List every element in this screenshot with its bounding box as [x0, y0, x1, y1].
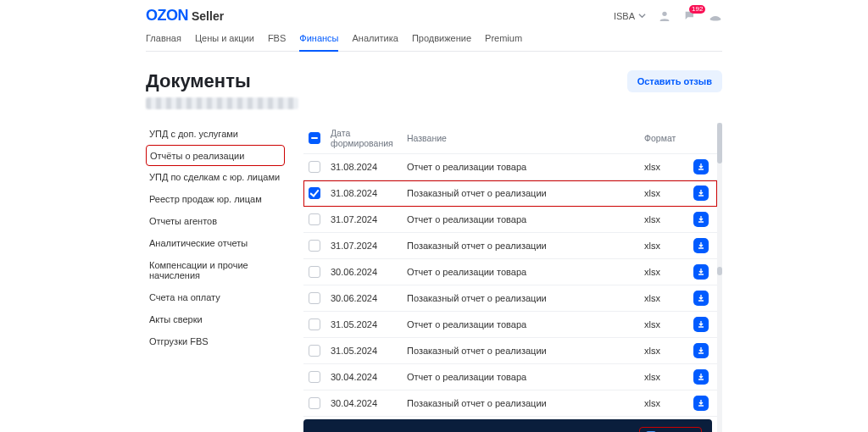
redacted-content	[146, 97, 298, 109]
table-row: 31.05.2024Отчет о реализации товараxlsx	[303, 312, 717, 338]
download-row-button[interactable]	[693, 396, 709, 411]
download-row-button[interactable]	[693, 159, 709, 174]
account-dropdown[interactable]: ISBA	[614, 11, 646, 21]
cell-format: xlsx	[644, 319, 683, 330]
logo-seller-text: Seller	[192, 9, 224, 23]
cell-name: Позаказный отчет о реализации	[407, 398, 636, 408]
cell-date: 30.04.2024	[331, 372, 398, 382]
column-header-name[interactable]: Название	[407, 133, 636, 143]
download-selected-button[interactable]: Скачать	[639, 427, 702, 432]
leave-review-button[interactable]: Оставить отзыв	[627, 70, 722, 92]
account-name: ISBA	[614, 11, 635, 21]
cell-date: 30.06.2024	[331, 267, 398, 277]
row-checkbox[interactable]	[309, 292, 320, 304]
cell-date: 31.07.2024	[331, 214, 398, 224]
cell-date: 31.05.2024	[331, 346, 398, 356]
user-icon[interactable]	[658, 9, 671, 23]
table-row: 31.08.2024Отчет о реализации товараxlsx	[303, 154, 717, 180]
cell-format: xlsx	[644, 162, 683, 172]
help-icon[interactable]	[709, 9, 722, 23]
cell-date: 31.07.2024	[331, 241, 398, 251]
download-row-button[interactable]	[693, 317, 709, 332]
selection-bar: Выбрано: 1 Выбрать все 22 Сбросить Скача…	[303, 419, 712, 432]
cell-date: 31.05.2024	[331, 319, 398, 330]
table-row: 30.04.2024Отчет о реализации товараxlsx	[303, 364, 717, 390]
row-checkbox[interactable]	[309, 161, 320, 173]
sidebar-item[interactable]: Отгрузки FBS	[146, 330, 285, 352]
column-header-format[interactable]: Формат	[644, 133, 683, 143]
sidebar-item[interactable]: Компенсации и прочие начисления	[146, 254, 285, 286]
download-row-button[interactable]	[693, 369, 709, 385]
cell-format: xlsx	[644, 372, 683, 382]
table-row: 31.05.2024Позаказный отчет о реализацииx…	[303, 338, 717, 364]
scrollbar-thumb[interactable]	[717, 267, 722, 275]
cell-format: xlsx	[644, 398, 683, 408]
nav-item[interactable]: Главная	[146, 28, 181, 51]
cell-date: 30.06.2024	[331, 293, 398, 303]
cell-format: xlsx	[644, 267, 683, 277]
notification-badge: 192	[689, 5, 705, 14]
nav-item[interactable]: Цены и акции	[195, 28, 254, 51]
row-checkbox[interactable]	[309, 240, 320, 252]
sidebar: УПД с доп. услугамиОтчёты о реализацииУП…	[146, 123, 285, 432]
table-row: 30.06.2024Отчет о реализации товараxlsx	[303, 259, 717, 285]
download-row-button[interactable]	[693, 212, 709, 227]
cell-name: Позаказный отчет о реализации	[407, 241, 636, 251]
download-row-button[interactable]	[693, 291, 709, 306]
row-checkbox[interactable]	[309, 371, 320, 383]
cell-name: Отчет о реализации товара	[407, 267, 636, 277]
row-checkbox[interactable]	[309, 345, 320, 357]
row-checkbox[interactable]	[309, 213, 320, 225]
svg-point-0	[662, 11, 666, 15]
sidebar-item[interactable]: Отчеты агентов	[146, 210, 285, 232]
download-row-button[interactable]	[693, 264, 709, 280]
header-right: ISBA 192	[614, 9, 722, 23]
sidebar-item[interactable]: Счета на оплату	[146, 286, 285, 308]
cell-name: Отчет о реализации товара	[407, 162, 636, 172]
cell-format: xlsx	[644, 346, 683, 356]
sidebar-item[interactable]: УПД по сделкам с юр. лицами	[146, 166, 285, 188]
nav-item[interactable]: Premium	[485, 28, 522, 51]
table-row: 31.07.2024Отчет о реализации товараxlsx	[303, 207, 717, 233]
cell-format: xlsx	[644, 293, 683, 303]
cell-name: Позаказный отчет о реализации	[407, 188, 636, 198]
sidebar-item[interactable]: УПД с доп. услугами	[146, 123, 285, 145]
cell-date: 30.04.2024	[331, 398, 398, 408]
download-row-button[interactable]	[693, 186, 709, 201]
column-header-date[interactable]: Дата формирования	[331, 128, 398, 148]
logo[interactable]: OZON Seller	[146, 7, 224, 25]
cell-format: xlsx	[644, 188, 683, 198]
nav-item[interactable]: Аналитика	[352, 28, 398, 51]
scrollbar-thumb[interactable]	[717, 123, 722, 163]
row-checkbox[interactable]	[309, 397, 320, 409]
table-row: 31.07.2024Позаказный отчет о реализацииx…	[303, 233, 717, 259]
row-checkbox[interactable]	[309, 318, 320, 330]
cell-name: Отчет о реализации товара	[407, 214, 636, 224]
download-row-button[interactable]	[693, 238, 709, 253]
cell-date: 31.08.2024	[331, 162, 398, 172]
sidebar-item[interactable]: Акты сверки	[146, 308, 285, 330]
cell-format: xlsx	[644, 241, 683, 251]
table-header-row: Дата формирования Название Формат	[303, 123, 717, 154]
nav-item[interactable]: Финансы	[299, 28, 338, 52]
chevron-down-icon	[638, 11, 646, 21]
cell-date: 31.08.2024	[331, 188, 398, 198]
topbar: OZON Seller ISBA 192	[146, 0, 722, 28]
page-title: Документы	[146, 70, 251, 92]
cell-format: xlsx	[644, 214, 683, 224]
logo-ozon-text: OZON	[146, 7, 188, 25]
table-row: 30.04.2024Позаказный отчет о реализацииx…	[303, 390, 717, 417]
sidebar-item[interactable]: Реестр продаж юр. лицам	[146, 188, 285, 210]
sidebar-item[interactable]: Отчёты о реализации	[146, 145, 285, 166]
nav-item[interactable]: FBS	[268, 28, 286, 51]
documents-table: Дата формирования Название Формат 31.08.…	[303, 123, 722, 432]
cell-name: Позаказный отчет о реализации	[407, 293, 636, 303]
row-checkbox[interactable]	[309, 187, 320, 199]
notifications-icon[interactable]: 192	[683, 9, 697, 23]
download-row-button[interactable]	[693, 343, 709, 358]
select-all-checkbox[interactable]	[309, 132, 320, 144]
cell-name: Позаказный отчет о реализации	[407, 346, 636, 356]
sidebar-item[interactable]: Аналитические отчеты	[146, 232, 285, 254]
row-checkbox[interactable]	[309, 266, 320, 278]
nav-item[interactable]: Продвижение	[412, 28, 471, 51]
